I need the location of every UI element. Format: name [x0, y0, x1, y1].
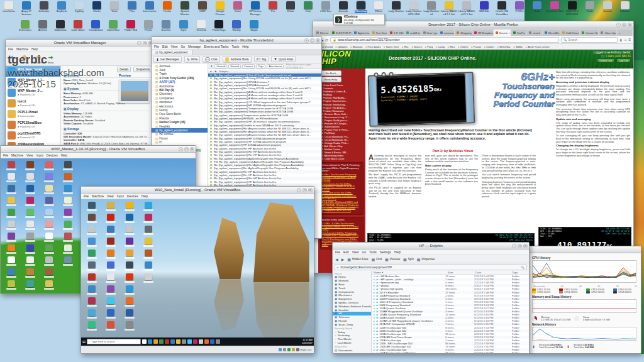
desktop-icon[interactable]: Terminal	[192, 20, 210, 32]
desktop-icon[interactable]: Firefox	[158, 1, 176, 16]
w10-taskbar-icon[interactable]	[204, 339, 209, 344]
dolphin-menu-help[interactable]: Help	[394, 250, 401, 254]
maximize-icon[interactable]: □	[310, 38, 314, 43]
desktop-icon[interactable]: Sync	[175, 20, 192, 32]
w10-taskbar-icon[interactable]	[142, 339, 147, 344]
maximize-icon[interactable]: □	[303, 188, 307, 192]
vbox-menu-help[interactable]: Help	[31, 47, 38, 51]
menu-icon[interactable]: ≡	[628, 38, 631, 41]
find-button[interactable]: ▦Find	[371, 257, 382, 261]
chat-button[interactable]: 💬Chat	[203, 56, 219, 63]
w10-taskbar-icon[interactable]	[216, 339, 220, 344]
thunderbird-tab-strip[interactable]: ▤hp_agilent_equipment	[152, 50, 321, 55]
desktop-icon[interactable]: Files	[123, 1, 141, 16]
filter-attachment-button[interactable]: Attachment	[267, 64, 284, 69]
guest-desktop-icon[interactable]	[22, 280, 38, 290]
dolphin-menu-file[interactable]: File	[335, 250, 340, 254]
w10-taskbar-icon[interactable]	[148, 339, 152, 344]
guest-desktop-icon[interactable]	[22, 244, 38, 254]
close-icon[interactable]: ✕	[316, 38, 320, 43]
desktop-icon[interactable]: Vudu	[528, 1, 546, 16]
guest-desktop-icon[interactable]	[121, 285, 138, 295]
desktop-icon[interactable]: WinZip	[228, 20, 245, 32]
desktop-icon[interactable]: GIMP	[194, 1, 211, 16]
search-item[interactable]: ▤Images	[333, 352, 371, 353]
column-size[interactable]: Size	[448, 271, 475, 274]
desktop-icon[interactable]: Extensions	[16, 20, 34, 32]
guest-desktop-icon[interactable]	[140, 273, 157, 283]
guest-desktop-icon[interactable]	[140, 261, 157, 271]
maximize-icon[interactable]: □	[184, 147, 189, 151]
guest-desktop-icon[interactable]	[3, 280, 19, 290]
search-box[interactable]: 🔍 Search	[561, 37, 618, 43]
tb-menu-tools[interactable]: Tools	[232, 45, 240, 48]
tb-menu-view[interactable]: View	[171, 45, 178, 48]
guest-desktop-icon[interactable]	[103, 261, 119, 271]
bookmark-item[interactable]: ▸Elec	[448, 45, 455, 48]
file-row[interactable]: ▸▰140A Display Unit and Modules68 items6…	[372, 351, 529, 353]
guest-desktop-icon[interactable]	[41, 256, 57, 266]
guest-desktop-icon[interactable]	[3, 268, 19, 278]
guest-desktop-icon[interactable]	[121, 226, 138, 235]
browser-tab[interactable]: Electro	[314, 30, 330, 36]
xp-menu-devices[interactable]: Devices	[47, 153, 58, 157]
guest-desktop-icon[interactable]	[3, 173, 19, 182]
show-button[interactable]: ➜Show	[47, 54, 53, 64]
guest-desktop-icon[interactable]	[3, 197, 19, 206]
vbox-menu-file[interactable]: File	[8, 47, 13, 51]
desktop-icon[interactable]: MM Edit	[475, 1, 493, 16]
desktop-icon[interactable]: Color Mixer	[69, 20, 87, 32]
desktop-icon[interactable]: Tardis	[581, 1, 599, 16]
tb-menu-edit[interactable]: Edit	[162, 45, 168, 48]
guest-desktop-icon[interactable]	[3, 256, 19, 266]
maximize-icon[interactable]: □	[518, 244, 522, 248]
bookmark-item[interactable]: ▸Comp	[436, 45, 445, 48]
tb-menu-help[interactable]: Help	[242, 45, 248, 48]
bookmark-item[interactable]: ▸Search	[412, 45, 422, 48]
get-messages-button[interactable]: ⬇Get Messages	[153, 56, 182, 63]
guest-desktop-icon[interactable]	[60, 256, 76, 266]
guest-desktop-icon[interactable]	[103, 321, 119, 331]
guest-desktop-icon[interactable]	[22, 209, 38, 218]
browser-tab[interactable]: How I go	[421, 30, 438, 36]
desktop-icon[interactable]: Clocks	[88, 1, 106, 16]
desktop-icon[interactable]: Lady Heather	[387, 1, 405, 16]
place-item[interactable]: ▣Windows Software Downloads	[333, 304, 371, 308]
go-back-button[interactable]: Go Back	[320, 70, 341, 76]
desktop-icon[interactable]: HP Device Manager	[247, 1, 264, 16]
guest-desktop-icon[interactable]	[60, 233, 76, 242]
xp-menu-help[interactable]: Help	[61, 153, 67, 157]
desktop-icon[interactable]: Lady Heather GPS-YES	[405, 1, 423, 16]
guest-desktop-icon[interactable]	[103, 226, 119, 235]
guest-desktop-icon[interactable]	[41, 244, 57, 254]
new-tab-button[interactable]: +	[617, 30, 632, 36]
guest-desktop-icon[interactable]	[41, 221, 57, 230]
guest-desktop-icon[interactable]	[103, 309, 119, 319]
browser-tab[interactable]: Agilent ke	[352, 30, 370, 36]
discard-button[interactable]: ⟲Discard	[34, 54, 43, 64]
guest-desktop-icon[interactable]	[103, 238, 119, 247]
guest-desktop-icon[interactable]	[121, 202, 138, 211]
store-item-link[interactable]: 6GHz+ Touchscreen Frequency Counter PCB …	[322, 173, 362, 182]
bookmark-item[interactable]: ▸Orders	[458, 45, 469, 48]
dolphin-menu-tools[interactable]: Tools	[369, 250, 377, 254]
guest-desktop-icon[interactable]	[3, 161, 19, 170]
guest-desktop-icon[interactable]	[84, 261, 100, 271]
bookmark-item[interactable]: ▸Manuals	[351, 45, 363, 48]
tb-menu-go[interactable]: Go	[180, 45, 185, 48]
browser-tab[interactable]: RF-Raspberr	[472, 30, 493, 36]
w10-guest-desktop[interactable]: ⊞ ○ Type here to search 11:13 AM12/2/201…	[81, 199, 314, 353]
w10-search-box[interactable]: ○ Type here to search	[87, 339, 141, 344]
w10-start-icon[interactable]: ⊞	[82, 339, 86, 344]
forward-icon[interactable]: ▶	[341, 257, 345, 261]
browser-tab[interactable]: ELEKTOR PCB	[330, 30, 352, 36]
guest-desktop-icon[interactable]	[60, 197, 76, 206]
w10-taskbar-icon[interactable]	[182, 339, 186, 344]
guest-desktop-icon[interactable]	[121, 261, 138, 271]
close-icon[interactable]: ✕	[308, 188, 313, 192]
filter-contact-button[interactable]: Contact	[242, 64, 255, 69]
bookmark-item[interactable]: ▸Airtel Truck Center	[526, 45, 550, 48]
tb-menu-events-and-tasks[interactable]: Events and Tasks	[204, 45, 228, 48]
guest-desktop-icon[interactable]	[103, 214, 119, 223]
book-help-button[interactable]: Book Help	[320, 77, 341, 82]
